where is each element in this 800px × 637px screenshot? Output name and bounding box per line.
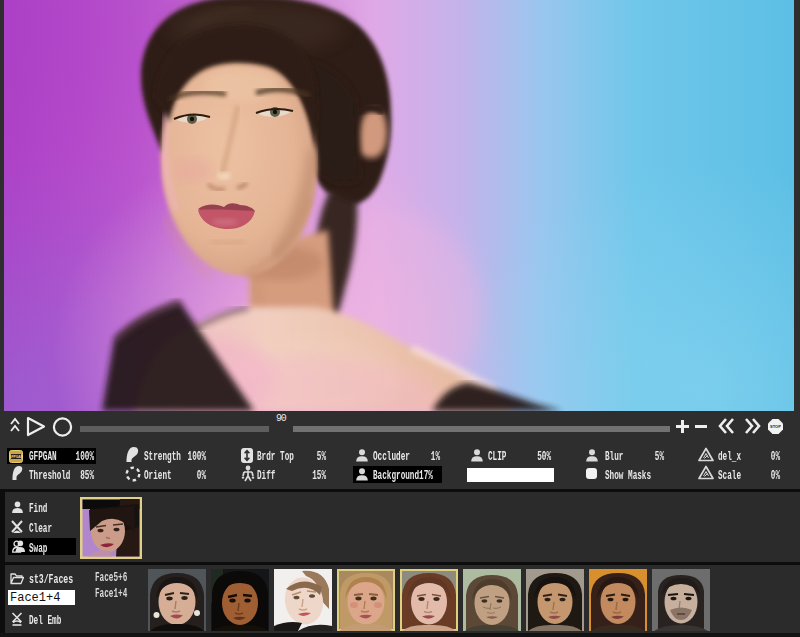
svg-text:GFPGAN: GFPGAN	[9, 455, 23, 459]
svg-text:STOP: STOP	[770, 424, 781, 429]
